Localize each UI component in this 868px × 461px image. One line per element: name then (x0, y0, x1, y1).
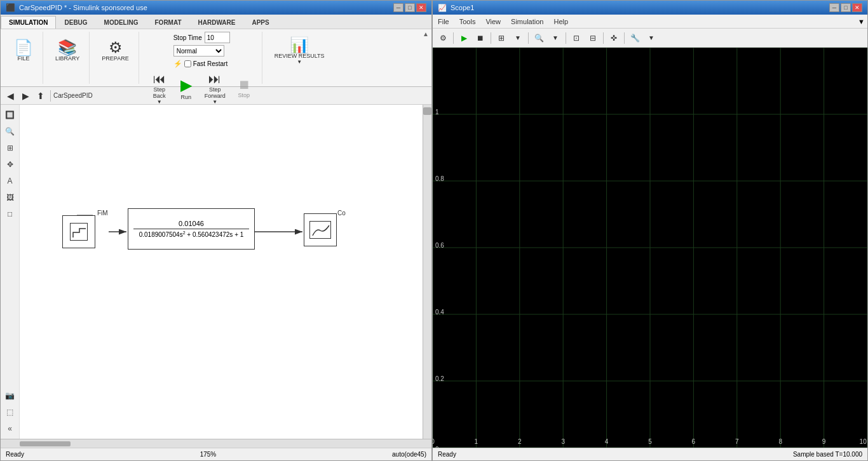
fast-restart-checkbox[interactable] (184, 60, 191, 67)
ribbon-group-review: 📊 REVIEW RESULTS ▼ (265, 32, 334, 84)
canvas-main[interactable]: FiM 0.01046 0.0189007504s2 + 0.560423472… (20, 105, 431, 439)
review-group-content: 📊 REVIEW RESULTS ▼ (270, 32, 329, 84)
scope-stop-button[interactable]: ⏹ (473, 30, 488, 46)
review-results-button[interactable]: 📊 REVIEW RESULTS ▼ (270, 32, 329, 70)
scope-fit[interactable]: ⊡ (569, 30, 584, 46)
scope-props-arrow[interactable]: ▼ (644, 30, 659, 46)
pan-tool[interactable]: ✥ (3, 157, 18, 172)
library-button[interactable]: 📚 LIBRARY (51, 32, 84, 70)
ribbon-collapse-button[interactable]: ▲ (423, 30, 429, 37)
library-icon: 📚 (58, 40, 77, 55)
tab-apps[interactable]: APPS (243, 16, 277, 29)
maximize-button[interactable]: □ (405, 3, 415, 12)
scope-zoom-arrow[interactable]: ▼ (548, 30, 563, 46)
step-block-inner (70, 223, 88, 241)
h-scroll-thumb[interactable] (20, 441, 71, 446)
step-forward-icon: ⏭ (208, 72, 221, 86)
simulink-app-icon: ⬛ (6, 3, 15, 12)
image-tool[interactable]: 🖼 (3, 190, 18, 205)
block-tool[interactable]: □ (3, 206, 18, 222)
co-label: Co (337, 210, 346, 217)
transfer-fn-block[interactable]: 0.01046 0.0189007504s2 + 0.560423472s + … (128, 208, 255, 250)
menu-view[interactable]: View (483, 17, 503, 26)
step-block[interactable] (62, 215, 95, 248)
scope-sep5 (603, 32, 604, 44)
status-solver: auto(ode45) (392, 451, 426, 458)
svg-text:0.4: 0.4 (435, 309, 444, 316)
menu-tools[interactable]: Tools (457, 17, 478, 26)
scope-zoom-in[interactable]: 🔍 (531, 30, 546, 46)
scope-plot[interactable]: 0 0.2 0.4 0.6 0.8 1 0 1 2 3 4 5 6 7 8 9 … (433, 48, 867, 448)
stop-time-input[interactable] (205, 32, 230, 43)
scope-tool1[interactable]: ⊞ (494, 30, 509, 46)
ribbon-group-file: 📄 FILE (4, 32, 43, 84)
v-scrollbar[interactable] (423, 105, 431, 439)
scope-minimize-button[interactable]: ─ (829, 3, 839, 12)
close-button[interactable]: ✕ (416, 3, 426, 12)
v-scroll-thumb[interactable] (423, 107, 431, 115)
stop-button[interactable]: ⏹ Stop (231, 70, 257, 105)
up-button[interactable]: ⬆ (34, 89, 48, 103)
scope-tool2[interactable]: ▼ (510, 30, 526, 46)
tf-numerator: 0.01046 (133, 220, 249, 229)
file-icon: 📄 (14, 40, 33, 55)
simulate-group-inner: Stop Time Normal ⚡ Fast Restart (173, 32, 230, 68)
run-icon: ▶ (180, 76, 192, 94)
scope-block[interactable] (304, 213, 337, 246)
fast-restart-icon: ⚡ (173, 60, 182, 68)
ribbon: SIMULATION DEBUG MODELING FORMAT HARDWAR… (1, 15, 431, 87)
tab-hardware[interactable]: HARDWARE (190, 16, 244, 29)
menu-help[interactable]: Help (551, 17, 571, 26)
scope-sep3 (528, 32, 529, 44)
back-button[interactable]: ◀ (3, 89, 17, 103)
scope-play-button[interactable]: ▶ (456, 30, 471, 46)
tab-format[interactable]: FORMAT (147, 16, 190, 29)
scope-props[interactable]: 🔧 (627, 30, 642, 46)
scope-mini-icon (310, 222, 332, 239)
file-button[interactable]: 📄 FILE (10, 32, 37, 70)
scope-close-button[interactable]: ✕ (852, 3, 862, 12)
scope-app-icon: 📈 (438, 4, 447, 12)
scope-toolbar: ⚙ ▶ ⏹ ⊞ ▼ 🔍 ▼ ⊡ ⊟ ✜ 🔧 ▼ (433, 29, 867, 48)
stop-icon: ⏹ (238, 77, 250, 92)
tab-modeling[interactable]: MODELING (96, 16, 147, 29)
mode-select[interactable]: Normal (173, 45, 224, 57)
breadcrumb: CarSpeedPID (53, 92, 93, 99)
zoom-in-tool[interactable]: 🔍 (3, 124, 18, 139)
scope-title: Scope1 (451, 4, 474, 11)
svg-text:8: 8 (778, 438, 782, 445)
connections-svg (20, 105, 431, 439)
simulate-buttons: ⏮ StepBack ▼ ▶ Run ⏭ StepForward ▼ (147, 70, 257, 105)
fast-restart-label: Fast Restart (193, 60, 227, 67)
scope-expand-arrow[interactable]: ▼ (858, 18, 865, 25)
forward-button[interactable]: ▶ (18, 89, 32, 103)
svg-text:0.8: 0.8 (435, 175, 444, 182)
zoom-region-tool[interactable]: ⊞ (3, 140, 18, 156)
prepare-icon: ⚙ (109, 40, 123, 55)
svg-text:0.2: 0.2 (435, 375, 444, 382)
tab-simulation[interactable]: SIMULATION (1, 16, 56, 29)
step-back-button[interactable]: ⏮ StepBack ▼ (147, 70, 172, 105)
menu-file[interactable]: File (435, 17, 452, 26)
tab-debug[interactable]: DEBUG (56, 16, 95, 29)
minimize-button[interactable]: ─ (393, 3, 403, 12)
screenshot-tool[interactable]: 📷 (3, 388, 18, 403)
collapse-tool[interactable]: « (3, 421, 18, 436)
menu-simulation[interactable]: Simulation (508, 17, 546, 26)
fit-view-tool[interactable]: 🔲 (3, 107, 18, 123)
scope-settings-button[interactable]: ⚙ (435, 30, 451, 46)
scope-cursor[interactable]: ✜ (606, 30, 621, 46)
run-button[interactable]: ▶ Run (173, 70, 199, 105)
step-forward-button[interactable]: ⏭ StepForward ▼ (200, 70, 230, 105)
canvas-row: 🔲 🔍 ⊞ ✥ A 🖼 □ 📷 ⬚ « (1, 105, 431, 439)
prepare-button[interactable]: ⚙ PREPARE (97, 32, 133, 70)
scope-maximize-button[interactable]: □ (841, 3, 851, 12)
text-tool[interactable]: A (3, 173, 18, 189)
step-back-arrow: ▼ (157, 99, 162, 105)
navigate-tool[interactable]: ⬚ (3, 404, 18, 420)
ribbon-content: ▲ 📄 FILE 📚 LIBRARY (1, 29, 431, 86)
stop-time-label: Stop Time (173, 34, 202, 41)
scope-block-inner (309, 221, 331, 239)
h-scrollbar[interactable] (1, 439, 431, 448)
scope-fit2[interactable]: ⊟ (585, 30, 600, 46)
